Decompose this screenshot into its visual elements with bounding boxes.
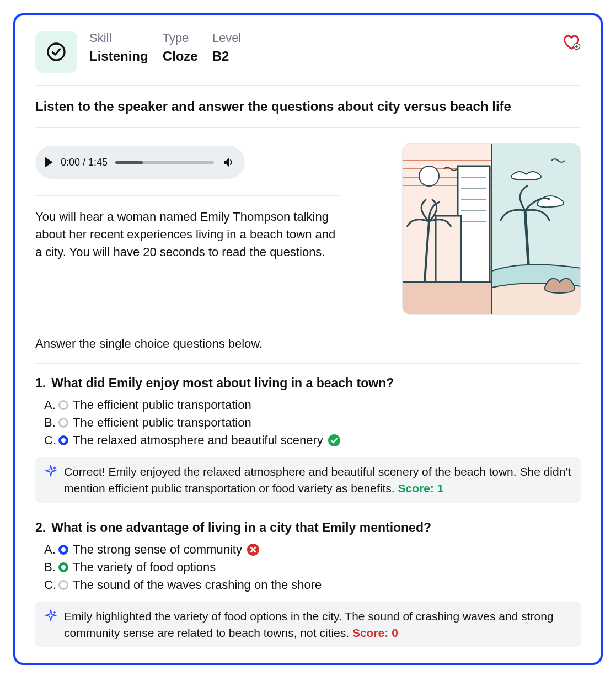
questions-container: 1.What did Emily enjoy most about living… bbox=[35, 376, 581, 647]
option-letter: C. bbox=[35, 433, 54, 448]
radio-icon[interactable] bbox=[58, 418, 68, 428]
audio-player[interactable]: 0:00 / 1:45 bbox=[35, 146, 245, 179]
option-text: The relaxed atmosphere and beautiful sce… bbox=[73, 433, 323, 448]
radio-icon[interactable] bbox=[58, 562, 68, 572]
audio-duration: 1:45 bbox=[88, 157, 108, 168]
option-row[interactable]: B.The variety of food options bbox=[35, 558, 581, 576]
exercise-card: Skill Listening Type Cloze Level B2 List… bbox=[13, 13, 603, 665]
audio-progress-fill bbox=[115, 161, 143, 164]
feedback-box: Emily highlighted the variety of food op… bbox=[35, 602, 581, 647]
heart-plus-icon bbox=[562, 33, 581, 52]
city-beach-illustration bbox=[403, 144, 581, 315]
feedback-text: Emily highlighted the variety of food op… bbox=[64, 608, 572, 641]
instruction-text: Answer the single choice questions below… bbox=[35, 337, 581, 351]
score-text: Score: 1 bbox=[398, 482, 443, 494]
option-row[interactable]: C.The relaxed atmosphere and beautiful s… bbox=[35, 432, 581, 449]
option-row[interactable]: A.The efficient public transportation bbox=[35, 396, 581, 414]
option-text: The efficient public transportation bbox=[73, 398, 251, 412]
radio-icon[interactable] bbox=[58, 580, 68, 590]
header-row: Skill Listening Type Cloze Level B2 bbox=[35, 31, 581, 73]
illustration bbox=[402, 143, 581, 315]
option-row[interactable]: C.The sound of the waves crashing on the… bbox=[35, 576, 581, 594]
score-text: Score: 0 bbox=[352, 626, 398, 639]
option-text: The strong sense of community bbox=[73, 542, 242, 557]
volume-icon[interactable] bbox=[222, 156, 235, 169]
play-icon[interactable] bbox=[45, 157, 53, 167]
meta-skill-label: Skill bbox=[89, 31, 148, 45]
meta-skill-value: Listening bbox=[89, 49, 148, 64]
left-column: 0:00 / 1:45 You will hear a woman named … bbox=[35, 140, 385, 315]
option-text: The variety of food options bbox=[73, 560, 216, 574]
meta-type-value: Cloze bbox=[163, 49, 198, 64]
option-text: The sound of the waves crashing on the s… bbox=[73, 578, 322, 592]
question-text: 2.What is one advantage of living in a c… bbox=[35, 520, 581, 535]
divider bbox=[35, 127, 581, 128]
option-letter: C. bbox=[35, 578, 54, 592]
meta-type: Type Cloze bbox=[163, 31, 198, 64]
question-text: 1.What did Emily enjoy most about living… bbox=[35, 376, 581, 391]
divider bbox=[35, 195, 339, 196]
option-row[interactable]: A.The strong sense of community bbox=[35, 541, 581, 558]
option-letter: A. bbox=[35, 398, 54, 412]
options-list: A.The strong sense of communityB.The var… bbox=[35, 541, 581, 594]
question-block: 2.What is one advantage of living in a c… bbox=[35, 520, 581, 647]
svg-point-9 bbox=[419, 166, 439, 186]
audio-progress[interactable] bbox=[115, 161, 214, 164]
radio-icon[interactable] bbox=[58, 400, 68, 410]
audio-time: 0:00 / 1:45 bbox=[61, 157, 108, 168]
svg-point-0 bbox=[48, 44, 65, 60]
option-letter: B. bbox=[35, 416, 54, 430]
sparkle-icon bbox=[44, 609, 57, 623]
svg-point-19 bbox=[328, 434, 340, 446]
completed-badge bbox=[35, 31, 77, 73]
divider bbox=[35, 85, 581, 86]
question-prompt: What did Emily enjoy most about living i… bbox=[51, 376, 394, 391]
content-row: 0:00 / 1:45 You will hear a woman named … bbox=[35, 140, 581, 315]
question-number: 1. bbox=[35, 376, 46, 391]
favorite-button[interactable] bbox=[562, 33, 581, 54]
divider bbox=[35, 363, 581, 364]
meta-level: Level B2 bbox=[212, 31, 242, 64]
sparkle-icon bbox=[44, 465, 57, 478]
meta-skill: Skill Listening bbox=[89, 31, 148, 64]
check-circle-icon bbox=[45, 41, 67, 63]
feedback-text: Correct! Emily enjoyed the relaxed atmos… bbox=[64, 464, 572, 496]
question-prompt: What is one advantage of living in a cit… bbox=[51, 520, 431, 535]
exercise-title: Listen to the speaker and answer the que… bbox=[35, 98, 581, 115]
radio-icon[interactable] bbox=[58, 545, 68, 555]
correct-icon bbox=[328, 434, 341, 447]
svg-rect-10 bbox=[458, 166, 490, 282]
option-letter: B. bbox=[35, 560, 54, 574]
feedback-box: Correct! Emily enjoyed the relaxed atmos… bbox=[35, 457, 581, 503]
wrong-icon bbox=[247, 543, 260, 556]
option-text: The efficient public transportation bbox=[73, 416, 251, 430]
audio-current: 0:00 bbox=[61, 157, 80, 168]
options-list: A.The efficient public transportationB.T… bbox=[35, 396, 581, 449]
meta-type-label: Type bbox=[163, 31, 198, 45]
passage-text: You will hear a woman named Emily Thomps… bbox=[35, 208, 344, 261]
option-row[interactable]: B.The efficient public transportation bbox=[35, 414, 581, 432]
question-block: 1.What did Emily enjoy most about living… bbox=[35, 376, 581, 503]
radio-icon[interactable] bbox=[58, 435, 68, 445]
meta-level-label: Level bbox=[212, 31, 242, 45]
question-number: 2. bbox=[35, 520, 46, 535]
meta-group: Skill Listening Type Cloze Level B2 bbox=[89, 31, 241, 64]
meta-level-value: B2 bbox=[212, 49, 242, 64]
option-letter: A. bbox=[35, 542, 54, 557]
svg-rect-11 bbox=[436, 216, 461, 282]
